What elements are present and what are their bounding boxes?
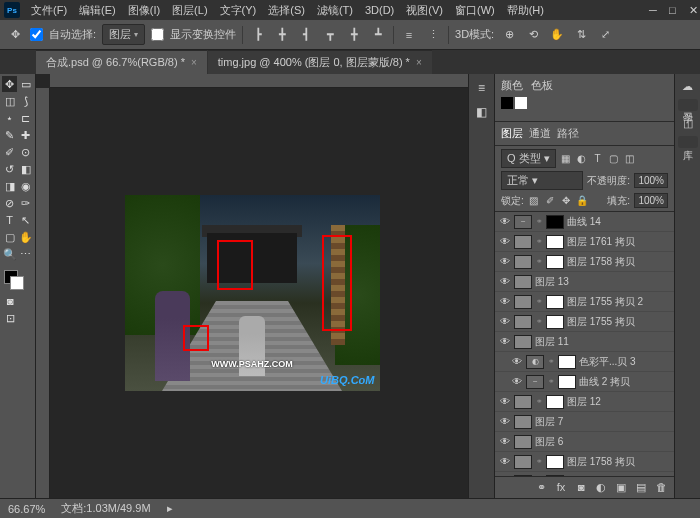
- crop-tool[interactable]: ⊏: [18, 110, 33, 126]
- layer-thumb[interactable]: [514, 455, 532, 469]
- learn-panel-toggle[interactable]: 学习: [678, 99, 698, 111]
- layer-name[interactable]: 图层 11: [535, 335, 569, 349]
- menu-select[interactable]: 选择(S): [263, 1, 310, 20]
- swatches-tab[interactable]: 色板: [531, 78, 553, 93]
- eraser-tool[interactable]: ◧: [18, 161, 33, 177]
- paths-tab[interactable]: 路径: [557, 126, 579, 141]
- zoom-level[interactable]: 66.67%: [8, 503, 45, 515]
- marquee-tool[interactable]: ◫: [2, 93, 17, 109]
- ruler-vertical[interactable]: [36, 88, 50, 498]
- stamp-tool[interactable]: ⊙: [18, 144, 33, 160]
- visibility-icon[interactable]: 👁: [499, 296, 511, 307]
- visibility-icon[interactable]: 👁: [499, 256, 511, 267]
- 3d-icon-2[interactable]: ⟲: [524, 26, 542, 44]
- type-tool[interactable]: T: [2, 212, 17, 228]
- layer-name[interactable]: 图层 1755 拷贝 2: [567, 295, 643, 309]
- 3d-icon-5[interactable]: ⤢: [596, 26, 614, 44]
- layer-thumb[interactable]: [514, 275, 532, 289]
- move-tool[interactable]: ✥: [2, 76, 17, 92]
- fx-icon[interactable]: fx: [554, 481, 568, 495]
- align-left-icon[interactable]: ┣: [249, 26, 267, 44]
- layer-name[interactable]: 图层 1761 拷贝: [567, 235, 635, 249]
- path-tool[interactable]: ↖: [18, 212, 33, 228]
- menu-view[interactable]: 视图(V): [401, 1, 448, 20]
- layer-filter-dropdown[interactable]: Q 类型▾: [501, 149, 556, 168]
- doc-info[interactable]: 文档:1.03M/49.9M: [61, 501, 150, 516]
- tab-document-2[interactable]: timg.jpg @ 400% (图层 0, 图层蒙版/8) *×: [208, 50, 432, 74]
- delete-icon[interactable]: 🗑: [654, 481, 668, 495]
- visibility-icon[interactable]: 👁: [499, 416, 511, 427]
- zoom-tool[interactable]: 🔍: [2, 246, 17, 262]
- gradient-tool[interactable]: ◨: [2, 178, 17, 194]
- layer-thumb[interactable]: [514, 435, 532, 449]
- cloud-icon[interactable]: ☁: [682, 80, 693, 93]
- close-icon[interactable]: ✕: [684, 2, 696, 19]
- adjustment-thumb[interactable]: ◐: [526, 355, 544, 369]
- visibility-icon[interactable]: 👁: [499, 236, 511, 247]
- brush-tool[interactable]: ✐: [2, 144, 17, 160]
- swatch-fg[interactable]: [501, 97, 513, 109]
- layer-list[interactable]: 👁~⚭曲线 14👁⚭图层 1761 拷贝👁⚭图层 1758 拷贝👁图层 13👁⚭…: [495, 212, 674, 476]
- visibility-icon[interactable]: 👁: [499, 276, 511, 287]
- transform-checkbox[interactable]: [151, 28, 164, 41]
- canvas-area[interactable]: WWW.PSAHZ.COM UiBQ.CoM: [36, 74, 468, 498]
- layer-row[interactable]: 👁图层 13: [495, 272, 674, 292]
- channels-tab[interactable]: 通道: [529, 126, 551, 141]
- tab-close-icon[interactable]: ×: [191, 57, 197, 68]
- layer-name[interactable]: 图层 1758 拷贝: [567, 455, 635, 469]
- properties-panel-icon[interactable]: ◧: [474, 104, 490, 120]
- blur-tool[interactable]: ◉: [18, 178, 33, 194]
- menu-file[interactable]: 文件(F): [26, 1, 72, 20]
- layer-name[interactable]: 图层 1755 拷贝: [567, 315, 635, 329]
- ruler-horizontal[interactable]: [50, 74, 468, 88]
- filter-adj-icon[interactable]: ◐: [576, 153, 588, 165]
- background-color[interactable]: [10, 276, 24, 290]
- layer-thumb[interactable]: [514, 315, 532, 329]
- layer-name[interactable]: 图层 13: [535, 275, 569, 289]
- quickmask-tool[interactable]: ◙: [2, 293, 18, 309]
- library-panel-toggle[interactable]: 库: [678, 136, 698, 148]
- align-top-icon[interactable]: ┳: [321, 26, 339, 44]
- visibility-icon[interactable]: 👁: [499, 456, 511, 467]
- layer-name[interactable]: 图层 1758 拷贝: [567, 255, 635, 269]
- visibility-icon[interactable]: 👁: [499, 336, 511, 347]
- blend-mode-dropdown[interactable]: 正常▾: [501, 171, 583, 190]
- layer-row[interactable]: 👁⚭图层 1755 拷贝 2: [495, 292, 674, 312]
- dodge-tool[interactable]: ⊘: [2, 195, 17, 211]
- layer-row[interactable]: 👁⚭图层 1755 拷贝: [495, 312, 674, 332]
- artboard-tool[interactable]: ▭: [18, 76, 33, 92]
- opacity-value[interactable]: 100%: [634, 173, 668, 188]
- auto-select-checkbox[interactable]: [30, 28, 43, 41]
- layer-row[interactable]: 👁⚭图层 1758 拷贝: [495, 452, 674, 472]
- layer-thumb[interactable]: [514, 295, 532, 309]
- layer-row[interactable]: 👁图层 7: [495, 412, 674, 432]
- filter-type-icon[interactable]: T: [592, 153, 604, 165]
- dist-icon-2[interactable]: ⋮: [424, 26, 442, 44]
- menu-layer[interactable]: 图层(L): [167, 1, 212, 20]
- mask-icon[interactable]: ◙: [574, 481, 588, 495]
- filter-smart-icon[interactable]: ◫: [624, 153, 636, 165]
- mask-thumb[interactable]: [546, 295, 564, 309]
- heal-tool[interactable]: ✚: [18, 127, 33, 143]
- menu-help[interactable]: 帮助(H): [502, 1, 549, 20]
- adjustment-thumb[interactable]: ~: [514, 215, 532, 229]
- align-center-icon[interactable]: ╋: [273, 26, 291, 44]
- maximize-icon[interactable]: □: [664, 2, 676, 19]
- mask-thumb[interactable]: [546, 255, 564, 269]
- mask-thumb[interactable]: [558, 375, 576, 389]
- layer-thumb[interactable]: [514, 255, 532, 269]
- menu-image[interactable]: 图像(I): [123, 1, 165, 20]
- minimize-icon[interactable]: ─: [644, 2, 656, 19]
- layer-row[interactable]: 👁⚭图层 12: [495, 392, 674, 412]
- history-panel-icon[interactable]: ≡: [474, 80, 490, 96]
- layers-tab[interactable]: 图层: [501, 126, 523, 141]
- new-layer-icon[interactable]: ▤: [634, 481, 648, 495]
- move-tool-icon[interactable]: ✥: [6, 26, 24, 44]
- align-bottom-icon[interactable]: ┻: [369, 26, 387, 44]
- wand-tool[interactable]: ⋆: [2, 110, 17, 126]
- 3d-icon-3[interactable]: ✋: [548, 26, 566, 44]
- adjustment-thumb[interactable]: ~: [526, 375, 544, 389]
- layer-thumb[interactable]: [514, 335, 532, 349]
- visibility-icon[interactable]: 👁: [511, 356, 523, 367]
- 3d-icon-1[interactable]: ⊕: [500, 26, 518, 44]
